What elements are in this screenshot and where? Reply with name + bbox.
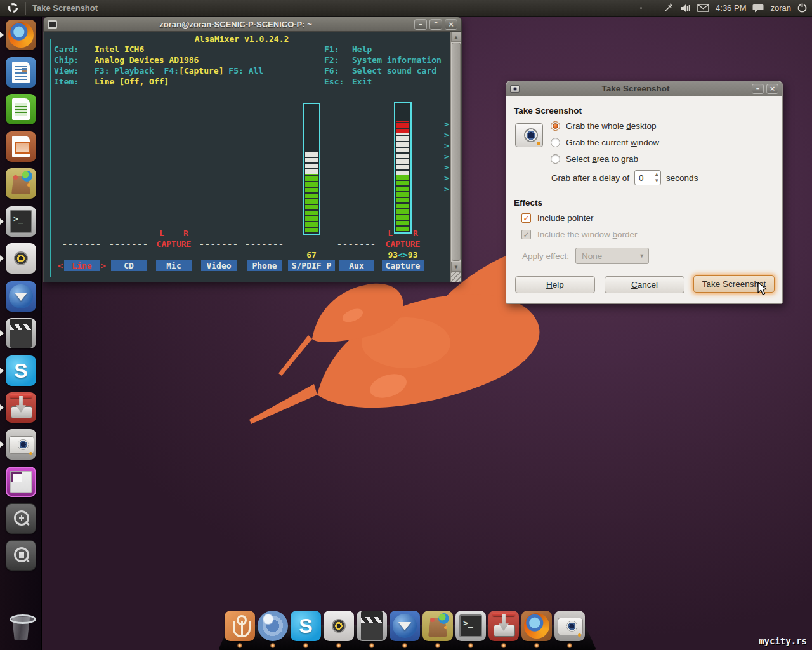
launcher-sidebar — [0, 17, 42, 650]
resize-grip[interactable] — [451, 272, 461, 282]
bottom-dock — [218, 606, 596, 650]
running-indicator — [0, 441, 4, 448]
launcher-item-skype[interactable] — [6, 355, 36, 386]
launcher-item-software-center[interactable] — [6, 168, 36, 199]
launcher-item-speaker[interactable] — [6, 243, 36, 274]
launcher-item-camera[interactable] — [6, 429, 36, 460]
dock-item-anchor[interactable] — [225, 611, 255, 641]
help-button[interactable]: Help — [515, 276, 595, 293]
radio-unselected[interactable] — [551, 154, 560, 164]
dock-item-camera[interactable] — [554, 611, 585, 641]
minimize-button[interactable]: – — [414, 19, 427, 30]
magnifier-document-icon — [6, 540, 36, 571]
video-editor-icon — [357, 611, 387, 641]
launcher-item-workspaces[interactable] — [6, 467, 36, 497]
speaker-icon — [6, 243, 36, 274]
dock-glint — [468, 643, 473, 648]
launcher-item-installer[interactable] — [6, 392, 36, 423]
radio-select-area[interactable]: Select area to grab — [551, 154, 638, 164]
network-plug-icon[interactable] — [664, 3, 674, 13]
radio-grab-desktop[interactable]: Grab the whole desktop — [551, 121, 657, 131]
delay-value[interactable]: 0 — [639, 173, 644, 183]
dock-item-installer[interactable] — [488, 611, 519, 641]
running-indicator — [0, 255, 4, 262]
terminal-title: zoran@zoran-SCENIC-P-SCENICO-P: ~ — [57, 20, 414, 29]
magnifier-zoom-in-icon — [6, 503, 36, 534]
dock-item-video-editor[interactable] — [357, 611, 387, 641]
power-icon[interactable] — [797, 3, 807, 13]
maximize-button[interactable]: ^ — [429, 19, 442, 30]
launcher-item-terminal[interactable] — [6, 206, 36, 237]
close-button[interactable]: × — [766, 84, 778, 94]
scroll-up-button[interactable]: ▲ — [451, 32, 461, 42]
dialog-heading: Take Screenshot — [514, 106, 582, 116]
dock-glint — [567, 643, 572, 648]
top-panel: Take Screenshot 4:36 PM zoran — [0, 0, 812, 17]
close-button[interactable]: × — [445, 19, 457, 30]
delay-setting: Grab after a delay of 0 ▲▼ seconds — [551, 170, 698, 185]
package-installer-icon — [6, 392, 36, 423]
dock-item-speaker[interactable] — [324, 611, 354, 641]
card-row: Card: Intel ICH6 — [54, 44, 144, 54]
launcher-item-thunderbird[interactable] — [6, 281, 36, 312]
clock[interactable]: 4:36 PM — [716, 3, 746, 13]
libreoffice-writer-icon — [6, 57, 36, 88]
camera-icon — [554, 611, 585, 641]
dock-glint — [534, 643, 539, 648]
dock-item-terminal[interactable] — [455, 611, 486, 641]
dock-item-firefox[interactable] — [521, 611, 552, 641]
launcher-item-calc[interactable] — [6, 94, 36, 124]
terminal-window-icon — [48, 20, 57, 29]
volume-icon[interactable] — [681, 4, 691, 13]
spinner-arrows-icon[interactable]: ▲▼ — [654, 171, 659, 184]
dock-item-skype[interactable] — [291, 611, 321, 641]
dock-item-software-center[interactable] — [422, 611, 453, 641]
radio-grab-window[interactable]: Grab the current window — [551, 138, 659, 147]
dock-glint — [435, 643, 440, 648]
scrollbar[interactable]: ▲ ▼ — [450, 32, 461, 282]
help-f6: F6:Select sound card — [324, 66, 436, 76]
scroll-thumb[interactable] — [452, 43, 461, 261]
view-row: View: F3: Playback F4:[Capture] F5: All — [54, 66, 263, 76]
scroll-down-button[interactable]: ▼ — [451, 262, 461, 272]
mouse-cursor — [757, 282, 768, 296]
radio-selected[interactable] — [551, 121, 560, 131]
workspace-switcher-icon — [6, 467, 36, 497]
active-app-title: Take Screenshot — [32, 3, 98, 13]
dialog-titlebar[interactable]: Take Screenshot – × — [506, 81, 782, 96]
terminal-titlebar[interactable]: zoran@zoran-SCENIC-P-SCENICO-P: ~ – ^ × — [43, 17, 462, 32]
chat-bubble-icon[interactable] — [752, 4, 764, 13]
minimize-button[interactable]: – — [752, 84, 764, 94]
checkbox-checked[interactable]: ✓ — [521, 213, 531, 223]
anchor-icon — [225, 611, 255, 641]
chevron-down-icon: ▼ — [639, 253, 645, 259]
launcher-item-writer[interactable] — [6, 57, 36, 88]
checkbox-include-pointer[interactable]: ✓ Include pointer — [521, 213, 594, 223]
launcher-item-video-editor[interactable] — [6, 318, 36, 348]
dock-glint — [336, 643, 341, 648]
effect-dropdown-value: None — [582, 251, 602, 261]
dock-glint — [237, 643, 242, 648]
launcher-item-zoom-doc[interactable] — [6, 540, 36, 571]
mail-envelope-icon[interactable] — [697, 4, 709, 12]
volume-bar-capture — [394, 102, 412, 234]
delay-spinner[interactable]: 0 ▲▼ — [634, 170, 661, 185]
dock-item-chromium[interactable] — [258, 611, 288, 641]
session-username[interactable]: zoran — [770, 3, 791, 13]
launcher-item-trash[interactable] — [6, 612, 36, 642]
launcher-item-impress[interactable] — [6, 131, 36, 162]
dialog-title: Take Screenshot — [520, 84, 752, 93]
dock-item-thunderbird[interactable] — [390, 611, 420, 641]
video-editor-icon — [6, 318, 36, 348]
alsamixer-screen[interactable]: AlsaMixer v1.0.24.2 Card: Intel ICH6 Chi… — [44, 32, 450, 282]
radio-unselected[interactable] — [551, 138, 560, 147]
checkbox-include-border: ✓ Include the window border — [521, 230, 638, 239]
ubuntu-logo[interactable] — [0, 0, 25, 16]
thunderbird-icon — [6, 281, 36, 312]
skype-icon — [291, 611, 321, 641]
launcher-item-zoom-in[interactable] — [6, 503, 36, 534]
cancel-button[interactable]: Cancel — [605, 276, 684, 293]
chromium-icon — [258, 611, 288, 641]
launcher-item-firefox[interactable] — [6, 20, 36, 50]
software-center-icon — [6, 168, 36, 199]
